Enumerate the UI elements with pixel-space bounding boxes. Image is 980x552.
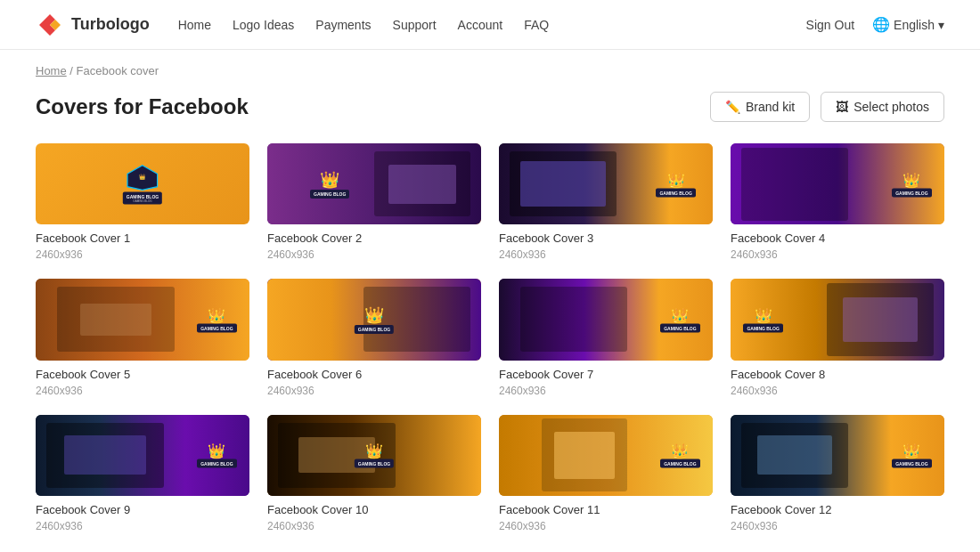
cover-size-4: 2460x936	[731, 248, 944, 261]
cover-size-5: 2460x936	[36, 385, 249, 397]
action-buttons: ✏️ Brand kit 🖼 Select photos	[710, 92, 944, 122]
header: Turbologo Home Logo Ideas Payments Suppo…	[0, 0, 980, 50]
list-item: 👑 GAMING BLOG Facebook Cover 4 2460x936	[731, 143, 944, 261]
photo-icon: 🖼	[836, 100, 848, 114]
nav-account[interactable]: Account	[458, 18, 503, 32]
cover-name-6: Facebook Cover 6	[267, 368, 481, 381]
cover-size-11: 2460x936	[499, 520, 713, 532]
cover-size-12: 2460x936	[731, 520, 944, 532]
cover-thumbnail-9[interactable]: 👑 GAMING BLOG	[36, 415, 249, 496]
cover-thumbnail-2[interactable]: 👑 GAMING BLOG	[267, 143, 481, 224]
cover-size-9: 2460x936	[36, 520, 249, 532]
cover-name-8: Facebook Cover 8	[731, 368, 944, 381]
cover-name-1: Facebook Cover 1	[36, 231, 249, 245]
cover-thumbnail-4[interactable]: 👑 GAMING BLOG	[731, 143, 944, 224]
cover-name-3: Facebook Cover 3	[499, 231, 713, 245]
list-item: 👑 GAMING BLOG Facebook Cover 3 2460x936	[499, 143, 713, 261]
pencil-icon: ✏️	[725, 100, 740, 114]
main-nav: Home Logo Ideas Payments Support Account…	[178, 18, 550, 32]
cover-size-6: 2460x936	[267, 385, 481, 397]
page-title: Covers for Facebook	[36, 94, 249, 119]
breadcrumb: Home / Facebook cover	[0, 50, 980, 85]
main-content: Covers for Facebook ✏️ Brand kit 🖼 Selec…	[0, 85, 980, 552]
sign-out-button[interactable]: Sign Out	[806, 18, 854, 32]
globe-icon: 🌐	[872, 16, 890, 33]
header-left: Turbologo Home Logo Ideas Payments Suppo…	[36, 11, 549, 39]
gaming-logo-icon: 👑	[127, 164, 159, 191]
cover-name-2: Facebook Cover 2	[267, 231, 481, 245]
cover-name-10: Facebook Cover 10	[267, 503, 481, 516]
cover-size-3: 2460x936	[499, 248, 713, 261]
select-photos-button[interactable]: 🖼 Select photos	[821, 92, 944, 122]
list-item: 👑 GAMING BLOG Facebook Cover 8 2460x936	[731, 279, 944, 396]
cover-name-7: Facebook Cover 7	[499, 368, 713, 381]
page-header: Covers for Facebook ✏️ Brand kit 🖼 Selec…	[36, 92, 944, 122]
breadcrumb-separator: /	[69, 64, 73, 77]
list-item: 👑 GAMING BLOG GAMING BLOG Facebook Cover…	[36, 143, 249, 261]
nav-payments[interactable]: Payments	[315, 18, 371, 32]
cover-size-10: 2460x936	[267, 520, 481, 532]
list-item: 👑 GAMING BLOG Facebook Cover 5 2460x936	[36, 279, 249, 396]
cover-thumbnail-1[interactable]: 👑 GAMING BLOG GAMING BLOG	[36, 143, 249, 224]
cover-thumbnail-6[interactable]: 👑 GAMING BLOG	[267, 279, 481, 360]
brand-kit-button[interactable]: ✏️ Brand kit	[710, 92, 810, 122]
logo[interactable]: Turbologo	[36, 11, 150, 39]
nav-faq[interactable]: FAQ	[524, 18, 549, 32]
cover-size-1: 2460x936	[36, 248, 249, 261]
list-item: 👑 GAMING BLOG Facebook Cover 9 2460x936	[36, 415, 249, 532]
nav-home[interactable]: Home	[178, 18, 211, 32]
cover-thumbnail-10[interactable]: 👑 GAMING BLOG	[267, 415, 481, 496]
list-item: 👑 GAMING BLOG Facebook Cover 6 2460x936	[267, 279, 481, 396]
nav-logo-ideas[interactable]: Logo Ideas	[233, 18, 294, 32]
breadcrumb-current: Facebook cover	[77, 64, 159, 77]
cover-name-9: Facebook Cover 9	[36, 503, 249, 516]
cover-thumbnail-12[interactable]: 👑 GAMING BLOG	[731, 415, 944, 496]
language-selector[interactable]: 🌐 English ▾	[872, 16, 944, 33]
cover-thumbnail-3[interactable]: 👑 GAMING BLOG	[499, 143, 713, 224]
cover-thumbnail-5[interactable]: 👑 GAMING BLOG	[36, 279, 249, 360]
chevron-down-icon: ▾	[938, 18, 944, 32]
logo-icon	[36, 11, 64, 39]
header-right: Sign Out 🌐 English ▾	[806, 16, 944, 33]
list-item: 👑 GAMING BLOG Facebook Cover 2 2460x936	[267, 143, 481, 261]
cover-name-4: Facebook Cover 4	[731, 231, 944, 245]
cover-name-5: Facebook Cover 5	[36, 368, 249, 381]
list-item: 👑 GAMING BLOG Facebook Cover 12 2460x936	[731, 415, 944, 532]
language-label: English	[894, 18, 935, 32]
svg-text:👑: 👑	[139, 174, 146, 181]
cover-size-8: 2460x936	[731, 385, 944, 397]
nav-support[interactable]: Support	[393, 18, 437, 32]
list-item: 👑 GAMING BLOG Facebook Cover 10 2460x936	[267, 415, 481, 532]
cover-name-11: Facebook Cover 11	[499, 503, 713, 516]
covers-grid: 👑 GAMING BLOG GAMING BLOG Facebook Cover…	[36, 143, 944, 532]
logo-text: Turbologo	[71, 15, 150, 34]
list-item: 👑 GAMING BLOG Facebook Cover 11 2460x936	[499, 415, 713, 532]
cover-size-7: 2460x936	[499, 385, 713, 397]
cover-name-12: Facebook Cover 12	[731, 503, 944, 516]
cover-thumbnail-11[interactable]: 👑 GAMING BLOG	[499, 415, 713, 496]
list-item: 👑 GAMING BLOG Facebook Cover 7 2460x936	[499, 279, 713, 396]
cover-thumbnail-8[interactable]: 👑 GAMING BLOG	[731, 279, 944, 360]
cover-thumbnail-7[interactable]: 👑 GAMING BLOG	[499, 279, 713, 360]
breadcrumb-home[interactable]: Home	[36, 64, 67, 77]
cover-size-2: 2460x936	[267, 248, 481, 261]
cover-logo-overlay: 👑 GAMING BLOG GAMING BLOG	[123, 164, 162, 204]
